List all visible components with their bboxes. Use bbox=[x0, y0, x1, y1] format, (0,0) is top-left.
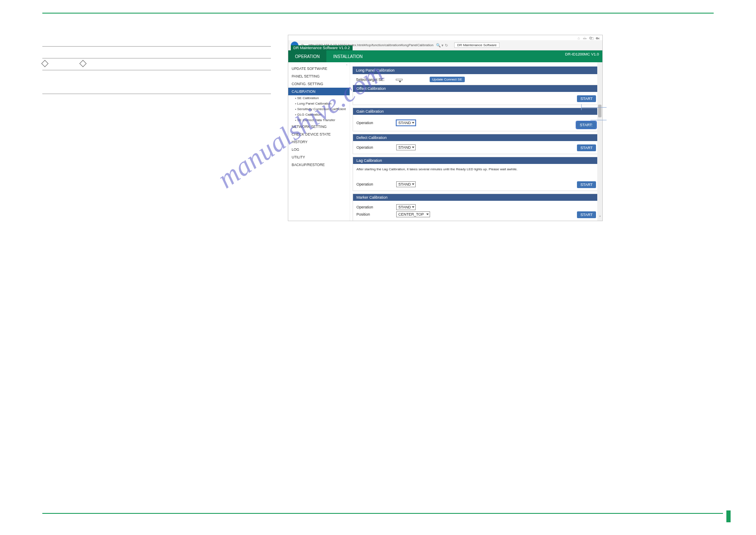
browser-tab[interactable]: DR Maintenance Software bbox=[454, 42, 499, 48]
marker-operation-dropdown[interactable]: STAND bbox=[396, 204, 416, 210]
defect-start-button[interactable]: START bbox=[577, 144, 596, 151]
sidebar-sub-glg-calibration[interactable]: GLG Calibration bbox=[288, 112, 350, 117]
vertical-scrollbar[interactable]: ˅ bbox=[597, 62, 602, 221]
sidebar-item-network-setting[interactable]: NETWORK SETTING bbox=[288, 123, 350, 130]
sidebar-item-panel-setting[interactable]: PANEL SETTING bbox=[288, 72, 350, 80]
update-connect-se-button[interactable]: Update Connect SE bbox=[430, 77, 465, 82]
spec-row bbox=[42, 82, 271, 94]
spec-row bbox=[42, 47, 271, 58]
sidebar-sub-sensitivity-correction[interactable]: Sensitivity Correction Coefficient bbox=[288, 106, 350, 112]
marker-operation-label: Operation bbox=[356, 205, 386, 209]
diamond-icon bbox=[41, 60, 49, 67]
app-header: DR Maintenance Software V1.0.2 OPERATION… bbox=[288, 50, 602, 62]
callout-line bbox=[581, 107, 607, 108]
marker-head: Marker Calibration bbox=[353, 194, 599, 201]
sidebar-sub-se-calibration[interactable]: SE Calibration bbox=[288, 95, 350, 101]
sidebar-item-log[interactable]: LOG bbox=[288, 146, 350, 153]
offset-head: Offset Calibration bbox=[353, 85, 599, 92]
left-text-column bbox=[42, 35, 271, 221]
app-version: DR-ID1200MC V1.0 bbox=[565, 52, 599, 56]
sidebar-sub-se-correct-data[interactable]: SE Correct Data Transfer bbox=[288, 117, 350, 123]
gain-calibration-card: Gain Calibration Operation STAND START: bbox=[353, 108, 600, 131]
footer-rule bbox=[42, 513, 723, 514]
select-target-row: Select target SE: Update Connect SE bbox=[353, 74, 600, 85]
sidebar-item-calibration[interactable]: CALIBRATION bbox=[288, 88, 350, 95]
gain-operation-label: Operation bbox=[356, 121, 386, 125]
select-target-dropdown[interactable] bbox=[396, 79, 403, 80]
scroll-down-icon[interactable]: ˅ bbox=[597, 215, 602, 220]
tab-installation[interactable]: INSTALLATION bbox=[326, 50, 370, 62]
scrollbar-thumb[interactable] bbox=[598, 105, 601, 117]
callout-line bbox=[581, 104, 582, 110]
page-marker bbox=[726, 510, 731, 522]
spec-row bbox=[42, 35, 271, 47]
select-target-label: Select target SE: bbox=[356, 78, 386, 82]
gain-operation-dropdown[interactable]: STAND bbox=[396, 120, 416, 126]
marker-calibration-card: Marker Calibration Operation STAND Posit… bbox=[353, 194, 600, 221]
marker-start-button[interactable]: START bbox=[577, 211, 596, 218]
defect-calibration-card: Defect Calibration Operation STAND START bbox=[353, 134, 600, 154]
lag-head: Lag Calibration bbox=[353, 157, 599, 164]
diamond-icon bbox=[80, 60, 87, 67]
lag-calibration-card: Lag Calibration After starting the Lag C… bbox=[353, 157, 600, 191]
offset-calibration-card: Offset Calibration START bbox=[353, 85, 600, 105]
search-refresh-icons[interactable]: 🔍 ▾ ↻ bbox=[436, 43, 448, 47]
lag-operation-dropdown[interactable]: STAND bbox=[396, 181, 416, 187]
favicon-strip: ⌂ ☆ ⚙ ☻ bbox=[578, 36, 600, 40]
lag-start-button[interactable]: START bbox=[577, 181, 596, 188]
callout-line bbox=[590, 120, 607, 120]
sidebar-item-backup-restore[interactable]: BACKUP/RESTORE bbox=[288, 161, 350, 169]
defect-head: Defect Calibration bbox=[353, 134, 599, 141]
app-title: DR Maintenance Software V1.0.2 bbox=[291, 45, 353, 50]
lag-note: After starting the Lag Calibration, it t… bbox=[356, 167, 596, 171]
sidebar-item-utility[interactable]: UTILITY bbox=[288, 153, 350, 161]
gain-start-button[interactable]: START: bbox=[577, 122, 596, 128]
page-title-bar: Long Panel Calibration bbox=[353, 67, 600, 74]
lag-operation-label: Operation bbox=[356, 182, 386, 186]
main-pane: Long Panel Calibration Select target SE:… bbox=[350, 62, 602, 221]
marker-position-dropdown[interactable]: CENTER_TOP bbox=[396, 211, 430, 217]
sidebar-item-update-software[interactable]: UPDATE SOFTWARE bbox=[288, 65, 350, 72]
tab-operation[interactable]: OPERATION bbox=[288, 50, 326, 62]
defect-operation-label: Operation bbox=[356, 145, 386, 150]
scroll-up-icon[interactable]: ˄ bbox=[346, 64, 348, 68]
spec-row-diamonds bbox=[42, 58, 271, 70]
header-rule bbox=[42, 13, 714, 14]
gain-head: Gain Calibration bbox=[353, 108, 599, 115]
screenshot-frame: — □ × ⌂ ☆ ⚙ ☻ ← ⟳ http://192.168.0.10:10… bbox=[288, 35, 603, 221]
spec-row bbox=[42, 70, 271, 82]
sidebar-item-check-device-state[interactable]: CHECK DEVICE STATE bbox=[288, 130, 350, 138]
marker-position-label: Position bbox=[356, 212, 386, 216]
sidebar-sub-long-panel[interactable]: Long Panel Calibration bbox=[288, 101, 350, 106]
sidebar: ˄ UPDATE SOFTWARE PANEL SETTING CONFIG. … bbox=[288, 62, 350, 221]
defect-operation-dropdown[interactable]: STAND bbox=[396, 144, 416, 150]
sidebar-item-config-setting[interactable]: CONFIG. SETTING bbox=[288, 80, 350, 88]
sidebar-item-history[interactable]: HISTORY bbox=[288, 138, 350, 146]
offset-start-button[interactable]: START bbox=[577, 95, 596, 102]
